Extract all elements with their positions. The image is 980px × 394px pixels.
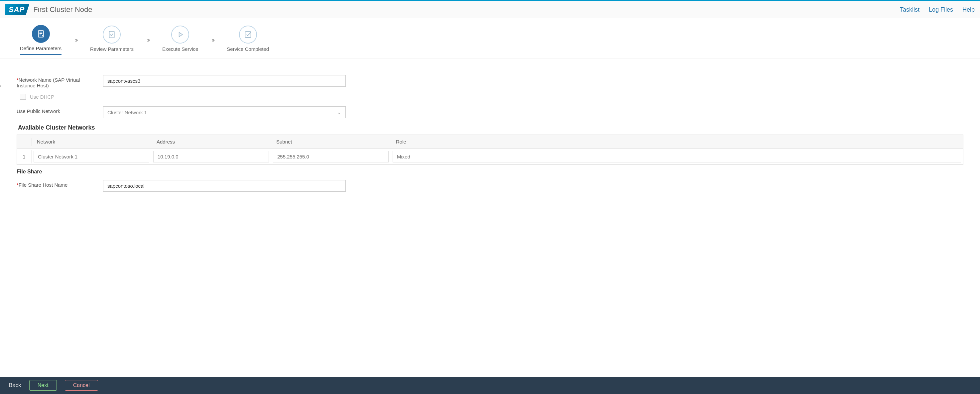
- available-networks-heading: Available Cluster Networks: [18, 124, 963, 131]
- step-review-parameters[interactable]: Review Parameters: [90, 25, 134, 54]
- file-share-host-input[interactable]: [103, 180, 346, 192]
- wizard-stepper: Define Parameters ››› Review Parameters …: [0, 18, 980, 59]
- use-public-network-select[interactable]: Cluster Network 1 ⌄: [103, 106, 346, 118]
- svg-marker-7: [179, 32, 183, 37]
- document-plus-icon: [32, 25, 50, 43]
- step-label: Execute Service: [162, 46, 198, 52]
- page-title: First Cluster Node: [33, 5, 92, 14]
- step-define-parameters[interactable]: Define Parameters: [20, 25, 62, 55]
- col-header-address: Address: [151, 135, 271, 148]
- step-service-completed[interactable]: Service Completed: [227, 25, 269, 54]
- row-network-input[interactable]: [33, 151, 149, 162]
- file-share-heading: File Share: [17, 169, 963, 175]
- svg-rect-8: [245, 32, 251, 37]
- col-header-role: Role: [391, 135, 963, 148]
- chevron-separator: ›››: [147, 37, 149, 43]
- chevron-down-icon: ⌄: [337, 109, 341, 115]
- step-label: Review Parameters: [90, 46, 134, 52]
- use-dhcp-checkbox[interactable]: [20, 94, 26, 100]
- cluster-networks-table: Network Address Subnet Role 1: [17, 135, 963, 165]
- tasklist-link[interactable]: Tasklist: [900, 6, 920, 13]
- help-link[interactable]: Help: [963, 6, 975, 13]
- checkbox-checked-icon: [239, 25, 257, 43]
- row-subnet-input[interactable]: [273, 151, 388, 162]
- use-public-network-label: Use Public Network: [17, 106, 96, 114]
- use-dhcp-label: Use DHCP: [30, 94, 54, 100]
- file-share-host-label: *File Share Host Name: [17, 180, 96, 188]
- play-icon: [171, 25, 189, 43]
- network-name-label: *Network Name (SAP Virtual Instance Host…: [17, 75, 96, 88]
- col-header-network: Network: [32, 135, 151, 148]
- logfiles-link[interactable]: Log Files: [929, 6, 953, 13]
- table-row: 1: [17, 149, 963, 164]
- step-label: Service Completed: [227, 46, 269, 52]
- sap-logo: SAP: [5, 4, 29, 15]
- col-header-subnet: Subnet: [271, 135, 391, 148]
- main-content: ›› *Network Name (SAP Virtual Instance H…: [0, 59, 980, 207]
- row-address-input[interactable]: [153, 151, 269, 162]
- svg-rect-6: [109, 31, 115, 38]
- step-label: Define Parameters: [20, 46, 62, 51]
- network-name-input[interactable]: [103, 75, 346, 87]
- chevron-separator: ›››: [75, 37, 77, 43]
- app-header: SAP First Cluster Node Tasklist Log File…: [0, 1, 980, 18]
- row-index: 1: [17, 150, 32, 164]
- step-execute-service[interactable]: Execute Service: [162, 25, 198, 54]
- document-check-icon: [103, 25, 121, 43]
- chevron-separator: ›››: [212, 37, 213, 43]
- row-role-input[interactable]: [393, 151, 961, 162]
